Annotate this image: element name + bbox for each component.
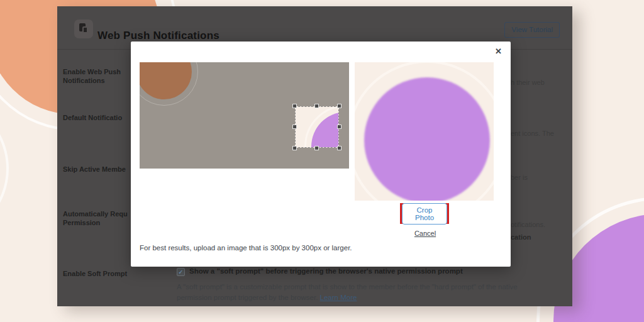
crop-photo-modal: ✕ Crop Photo Cancel For best results, up… <box>131 42 511 267</box>
label-enable-web-push: Enable Web Push Notifications <box>63 67 131 85</box>
crop-photo-highlight-annotation: Crop Photo <box>400 203 449 224</box>
clipped-text-fragment: ber is <box>511 174 528 181</box>
crop-selection-box[interactable] <box>295 106 339 148</box>
clipped-text-fragment: ent icons. The <box>511 130 554 137</box>
crop-handle-n[interactable] <box>314 104 319 108</box>
label-enable-soft-prompt: Enable Soft Prompt <box>63 269 131 278</box>
clipped-text-fragment: otifications. <box>511 221 545 228</box>
crop-handle-sw[interactable] <box>292 146 297 150</box>
checkmark-icon: ✓ <box>178 269 183 275</box>
crop-handle-se[interactable] <box>337 146 341 150</box>
soft-prompt-checkbox[interactable]: ✓ <box>177 268 185 276</box>
label-automatically-request-permission: Automatically Requ Permission <box>63 209 131 227</box>
crop-handle-s[interactable] <box>314 146 319 150</box>
page-title: Web Push Notifications <box>97 30 219 42</box>
soft-prompt-description: A "soft prompt" is a customizable prompt… <box>177 282 545 303</box>
dimmed-ring <box>140 62 198 106</box>
crop-handle-ne[interactable] <box>337 104 341 108</box>
crop-handle-w[interactable] <box>292 125 297 129</box>
clipped-text-fragment: h their web <box>511 79 545 86</box>
view-tutorial-button[interactable]: View Tutorial <box>504 22 560 38</box>
crop-preview <box>355 62 494 201</box>
notification-glyph-front <box>82 26 88 33</box>
soft-prompt-checkbox-label: Show a "soft prompt" before triggering t… <box>189 267 463 275</box>
crop-handle-e[interactable] <box>337 125 341 129</box>
cancel-link[interactable]: Cancel <box>408 230 443 237</box>
crop-handle-nw[interactable] <box>292 104 297 108</box>
close-icon[interactable]: ✕ <box>492 44 504 58</box>
label-skip-active-members: Skip Active Membe <box>63 165 131 174</box>
preview-purple-circle <box>364 77 490 201</box>
left-ring-decoration <box>0 97 9 240</box>
web-push-notifications-icon <box>74 19 93 38</box>
label-default-notification: Default Notificatio <box>63 113 131 122</box>
learn-more-link[interactable]: Learn More <box>320 294 357 301</box>
clipped-text-fragment: cation <box>511 233 531 241</box>
crop-photo-button[interactable]: Crop Photo <box>402 203 447 225</box>
crop-selection-view <box>295 106 339 148</box>
upload-hint-text: For best results, upload an image that i… <box>140 244 352 252</box>
